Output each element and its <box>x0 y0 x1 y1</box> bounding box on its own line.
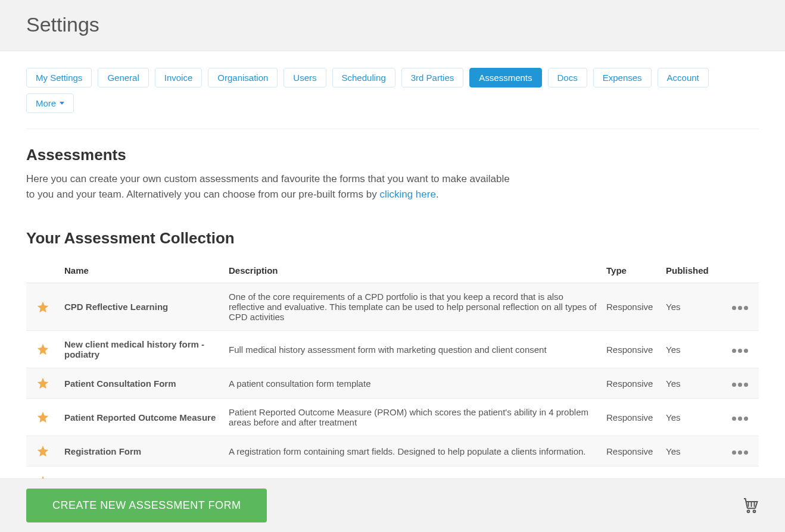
settings-tabs: My SettingsGeneralInvoiceOrganisationUse… <box>26 68 759 129</box>
tab-more[interactable]: More <box>26 93 74 113</box>
assessment-type: Responsive <box>602 436 661 467</box>
footer-bar: CREATE NEW ASSESSMENT FORM <box>0 478 785 532</box>
row-actions-menu[interactable] <box>732 349 748 353</box>
section-description: Here you can create your own custom asse… <box>26 171 515 202</box>
assessment-type: Responsive <box>602 283 661 331</box>
assessment-name[interactable]: CPD Reflective Learning <box>60 283 224 331</box>
table-row: Registration FormA registration form con… <box>26 436 759 467</box>
assessment-published: Yes <box>661 399 721 436</box>
tab-general[interactable]: General <box>98 68 148 87</box>
tab-3rd-parties[interactable]: 3rd Parties <box>401 68 464 87</box>
create-assessment-button[interactable]: CREATE NEW ASSESSMENT FORM <box>26 489 267 522</box>
column-header-description: Description <box>224 258 602 283</box>
page-title: Settings <box>26 13 759 36</box>
tab-organisation[interactable]: Organisation <box>208 68 278 87</box>
chevron-down-icon <box>60 102 64 105</box>
star-icon[interactable] <box>31 377 55 390</box>
assessment-name[interactable]: Patient Consultation Form <box>60 368 224 399</box>
assessment-published: Yes <box>661 368 721 399</box>
star-icon[interactable] <box>31 343 55 356</box>
column-header-actions <box>721 258 759 283</box>
assessment-description: Full medical history assessment form wit… <box>224 331 602 368</box>
table-row: Patient Reported Outcome MeasurePatient … <box>26 399 759 436</box>
row-actions-menu[interactable] <box>732 383 748 387</box>
svg-point-0 <box>747 510 750 512</box>
tab-assessments[interactable]: Assessments <box>469 68 541 87</box>
cart-icon[interactable] <box>741 496 759 516</box>
assessment-published: Yes <box>661 283 721 331</box>
table-row: New client medical history form - podiat… <box>26 331 759 368</box>
tab-my-settings[interactable]: My Settings <box>26 68 92 87</box>
svg-point-1 <box>753 510 756 512</box>
collection-title: Your Assessment Collection <box>26 229 759 248</box>
intro-text-after: . <box>436 189 439 200</box>
tab-label: Organisation <box>217 73 268 83</box>
section-heading: Assessments <box>26 146 759 164</box>
assessments-table: Name Description Type Published CPD Refl… <box>26 258 759 497</box>
tab-label: My Settings <box>36 73 82 83</box>
tab-label: Expenses <box>603 73 642 83</box>
assessment-description: A registration form containing smart fie… <box>224 436 602 467</box>
assessment-description: Patient Reported Outcome Measure (PROM) … <box>224 399 602 436</box>
tab-label: General <box>107 73 139 83</box>
tab-docs[interactable]: Docs <box>548 68 587 87</box>
assessment-published: Yes <box>661 436 721 467</box>
tab-scheduling[interactable]: Scheduling <box>332 68 395 87</box>
row-actions-menu[interactable] <box>732 450 748 455</box>
tab-label: Users <box>293 73 316 83</box>
table-row: CPD Reflective LearningOne of the core r… <box>26 283 759 331</box>
tab-label: Invoice <box>164 73 193 83</box>
row-actions-menu[interactable] <box>732 306 748 310</box>
star-icon[interactable] <box>31 301 55 314</box>
tab-expenses[interactable]: Expenses <box>593 68 652 87</box>
tab-label: Docs <box>557 73 578 83</box>
assessment-name[interactable]: Patient Reported Outcome Measure <box>60 399 224 436</box>
assessment-name[interactable]: New client medical history form - podiat… <box>60 331 224 368</box>
assessment-name[interactable]: Registration Form <box>60 436 224 467</box>
content-area: My SettingsGeneralInvoiceOrganisationUse… <box>0 51 785 497</box>
table-row: Patient Consultation FormA patient consu… <box>26 368 759 399</box>
assessment-type: Responsive <box>602 368 661 399</box>
column-header-published: Published <box>661 258 721 283</box>
star-icon[interactable] <box>31 445 55 458</box>
column-header-star <box>26 258 60 283</box>
prebuilt-forms-link[interactable]: clicking here <box>379 189 436 200</box>
column-header-type: Type <box>602 258 661 283</box>
tab-invoice[interactable]: Invoice <box>155 68 203 87</box>
tab-label: Assessments <box>479 73 532 83</box>
tab-label: Account <box>667 73 699 83</box>
assessment-published: Yes <box>661 331 721 368</box>
assessments-intro: Assessments Here you can create your own… <box>26 129 759 202</box>
assessment-type: Responsive <box>602 331 661 368</box>
page-header: Settings <box>0 0 785 51</box>
assessment-type: Responsive <box>602 399 661 436</box>
tab-label: 3rd Parties <box>411 73 454 83</box>
column-header-name: Name <box>60 258 224 283</box>
tab-label: Scheduling <box>342 73 386 83</box>
tab-label: More <box>36 98 56 108</box>
tab-users[interactable]: Users <box>284 68 326 87</box>
star-icon[interactable] <box>31 411 55 424</box>
tab-account[interactable]: Account <box>658 68 709 87</box>
assessment-description: A patient consultation form template <box>224 368 602 399</box>
row-actions-menu[interactable] <box>732 417 748 421</box>
assessment-description: One of the core requirements of a CPD po… <box>224 283 602 331</box>
